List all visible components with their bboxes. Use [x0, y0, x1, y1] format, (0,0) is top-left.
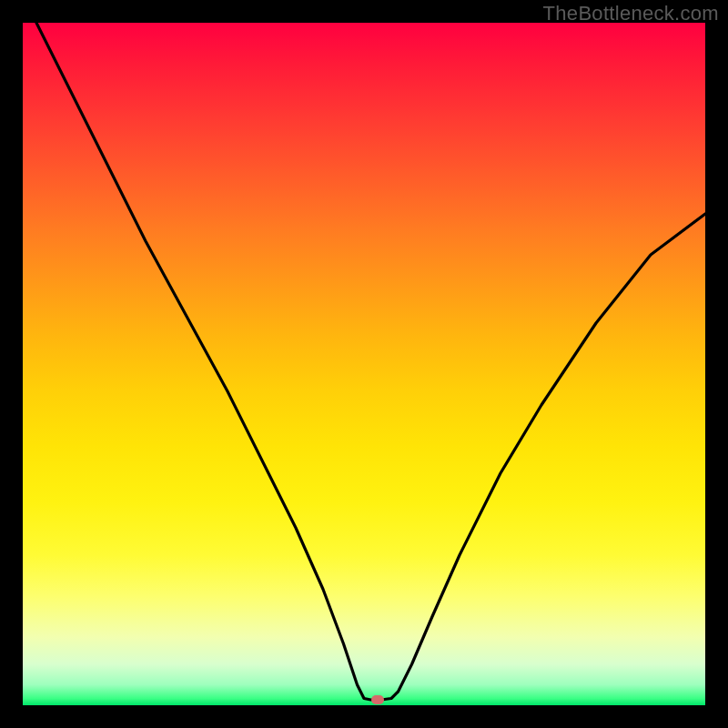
chart-frame: TheBottleneck.com: [0, 0, 728, 728]
plot-area: [23, 23, 705, 705]
minimum-marker: [371, 695, 384, 704]
bottleneck-curve: [23, 23, 705, 705]
watermark-text: TheBottleneck.com: [543, 2, 719, 25]
